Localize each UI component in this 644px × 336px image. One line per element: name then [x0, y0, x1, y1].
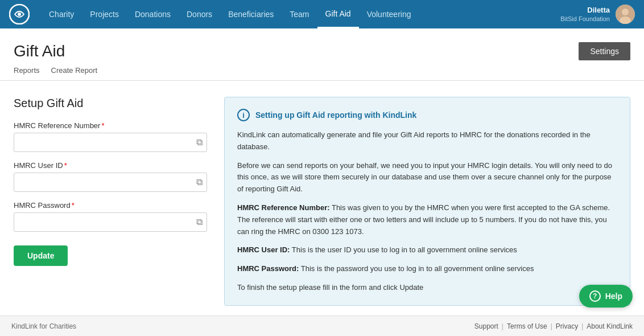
form-panel: Setup Gift Aid HMRC Reference Number* ⧉ …	[14, 97, 207, 266]
avatar	[616, 5, 635, 24]
info-title: Setting up Gift Aid reporting with KindL…	[255, 110, 416, 120]
help-button[interactable]: ? Help	[579, 285, 633, 308]
navbar-logo	[9, 4, 30, 24]
info-body: KindLink can automatically generate and …	[237, 129, 617, 294]
svg-point-3	[622, 9, 629, 15]
info-para-4: HMRC User ID: This is the user ID you us…	[237, 244, 617, 256]
user-org: BitSid Foundation	[560, 15, 610, 22]
page-header: Gift Aid Settings	[0, 28, 644, 60]
info-header: i Setting up Gift Aid reporting with Kin…	[237, 109, 617, 121]
navbar-links: Charity Projects Donations Donors Benefi…	[41, 0, 560, 28]
info-para-2: Before we can send reports on your behal…	[237, 160, 617, 195]
nav-charity[interactable]: Charity	[41, 0, 82, 28]
hmrc-user-input[interactable]	[14, 173, 207, 192]
nav-volunteering[interactable]: Volunteering	[359, 0, 419, 28]
hmrc-password-group: HMRC Password* ⧉	[14, 201, 207, 232]
footer: KindLink for Charities Support | Terms o…	[0, 315, 644, 322]
main-content: Setup Gift Aid HMRC Reference Number* ⧉ …	[0, 81, 644, 322]
info-para-5: HMRC Password: This is the password you …	[237, 263, 617, 275]
nav-team[interactable]: Team	[282, 0, 317, 28]
hmrc-ref-input[interactable]	[14, 133, 207, 152]
update-button[interactable]: Update	[14, 245, 68, 266]
info-detail-key-3: HMRC Password:	[237, 264, 299, 273]
hmrc-password-label: HMRC Password*	[14, 201, 207, 210]
sub-nav: Reports Create Report	[0, 60, 644, 81]
nav-gift-aid[interactable]: Gift Aid	[317, 0, 359, 28]
info-panel: i Setting up Gift Aid reporting with Kin…	[224, 97, 630, 306]
subnav-create-report[interactable]: Create Report	[51, 66, 98, 80]
copy-icon-password[interactable]: ⧉	[196, 217, 203, 227]
nav-beneficiaries[interactable]: Beneficiaries	[220, 0, 282, 28]
navbar: Charity Projects Donations Donors Benefi…	[0, 0, 644, 28]
info-para-6: To finish the setup please fill in the f…	[237, 282, 617, 294]
info-detail-key-1: HMRC Reference Number:	[237, 203, 330, 212]
copy-icon-user[interactable]: ⧉	[196, 177, 203, 187]
navbar-user: Diletta BitSid Foundation	[560, 5, 635, 24]
info-detail-key-2: HMRC User ID:	[237, 245, 290, 254]
hmrc-password-input-wrapper: ⧉	[14, 212, 207, 232]
settings-button[interactable]: Settings	[579, 42, 630, 60]
hmrc-user-input-wrapper: ⧉	[14, 173, 207, 192]
help-label: Help	[605, 292, 622, 301]
subnav-reports[interactable]: Reports	[14, 66, 40, 80]
info-para-1: KindLink can automatically generate and …	[237, 129, 617, 153]
user-name: Diletta	[560, 6, 610, 14]
hmrc-user-group: HMRC User ID* ⧉	[14, 161, 207, 192]
hmrc-ref-input-wrapper: ⧉	[14, 133, 207, 152]
nav-donations[interactable]: Donations	[127, 0, 179, 28]
copy-icon-ref[interactable]: ⧉	[196, 137, 203, 147]
nav-donors[interactable]: Donors	[179, 0, 220, 28]
page-title: Gift Aid	[14, 42, 65, 60]
hmrc-password-input[interactable]	[14, 212, 207, 232]
svg-point-1	[18, 13, 21, 16]
hmrc-ref-group: HMRC Reference Number* ⧉	[14, 121, 207, 152]
hmrc-user-label: HMRC User ID*	[14, 161, 207, 170]
form-title: Setup Gift Aid	[14, 97, 207, 110]
help-icon: ?	[589, 290, 601, 302]
info-icon: i	[237, 109, 250, 121]
info-para-3: HMRC Reference Number: This was given to…	[237, 202, 617, 237]
info-detail-val-3: This is the password you use to log in t…	[301, 264, 534, 273]
hmrc-ref-label: HMRC Reference Number*	[14, 121, 207, 130]
info-detail-val-2: This is the user ID you use to log in to…	[292, 245, 517, 254]
nav-projects[interactable]: Projects	[82, 0, 127, 28]
